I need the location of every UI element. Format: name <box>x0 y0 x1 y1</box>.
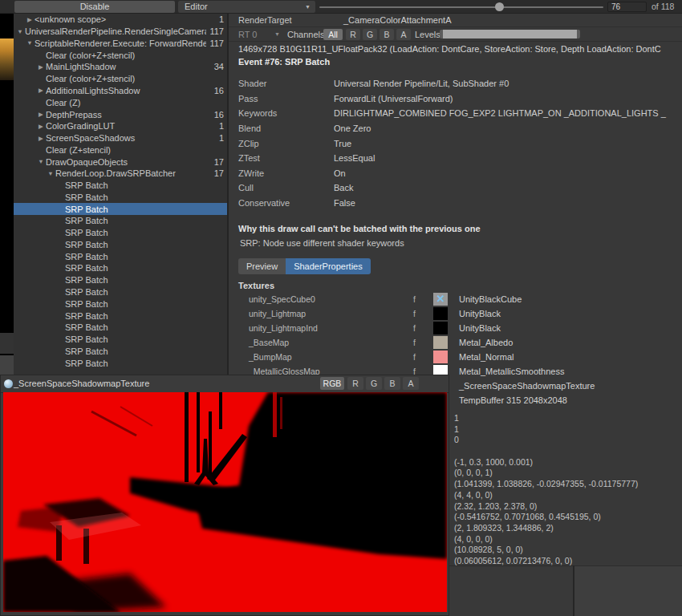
tree-row-label: ScreenSpaceShadows <box>46 133 216 143</box>
disable-button[interactable]: Disable <box>14 1 175 13</box>
preview-title: _ScreenSpaceShadowmapTexture <box>14 375 149 392</box>
render-target-row: RenderTarget _CameraColorAttachmentA <box>229 14 682 27</box>
tree-row-label: SRP Batch <box>65 263 221 273</box>
texture-property-name: _BaseMap <box>229 338 413 347</box>
chevron-right-icon[interactable]: ▶ <box>36 63 46 71</box>
texture-row[interactable]: _BaseMapfMetal_Albedo <box>229 335 682 350</box>
tree-row[interactable]: ▶MainLightShadow34 <box>14 61 227 73</box>
channel-button-a[interactable]: A <box>396 29 411 40</box>
detail-value: LessEqual <box>334 153 682 163</box>
tree-row-label: SRP Batch <box>65 322 221 332</box>
texture-row[interactable]: unity_LightmapIndfUnityBlack <box>229 321 682 335</box>
shader-value-line: (-1, 0.3, 1000, 0.001) <box>454 457 638 468</box>
chevron-down-icon[interactable]: ▼ <box>36 158 46 165</box>
render-target-label: RenderTarget <box>238 14 292 26</box>
preview-channel-button-r[interactable]: R <box>347 377 363 390</box>
detail-row: KeywordsDIRLIGHTMAP_COMBINED FOG_EXP2 LI… <box>229 106 682 121</box>
tree-row[interactable]: ▼UniversalRenderPipeline.RenderSingleCam… <box>14 26 227 38</box>
tree-row[interactable]: SRP Batch <box>14 180 227 192</box>
tree-row-count: 1 <box>219 133 224 143</box>
tree-row[interactable]: SRP Batch <box>14 227 227 239</box>
frame-slider-handle[interactable] <box>495 2 504 11</box>
chevron-right-icon[interactable]: ▶ <box>36 135 46 142</box>
tree-row[interactable]: SRP Batch <box>14 262 227 274</box>
tree-row-label: SRP Batch <box>65 299 221 309</box>
preview-channel-button-b[interactable]: B <box>384 377 400 390</box>
channels-row: RT 0 ▼ Channels AllRGBA Levels <box>229 27 682 42</box>
texture-row[interactable]: _BumpMapfMetal_Normal <box>229 350 682 364</box>
tree-row[interactable]: ▼RenderLoop.DrawSRPBatcher17 <box>14 168 227 180</box>
chevron-down-icon[interactable]: ▼ <box>46 170 55 177</box>
texture-flag: f <box>413 338 433 347</box>
tree-row[interactable]: SRP Batch <box>14 250 227 262</box>
chevron-down-icon: ▼ <box>305 1 311 13</box>
chevron-right-icon[interactable]: ▶ <box>36 123 46 130</box>
preview-title-bar: _ScreenSpaceShadowmapTexture RGBRGBA <box>1 375 449 393</box>
texture-asset-name: Metal_Normal <box>459 352 514 362</box>
chevron-right-icon[interactable]: ▶ <box>36 111 46 118</box>
tree-row[interactable]: SRP Batch <box>14 310 227 322</box>
tree-row[interactable]: SRP Batch <box>14 334 227 346</box>
detail-value: Universal Render Pipeline/Lit, SubShader… <box>334 79 682 88</box>
tree-row[interactable]: ▶<unknown scope>1 <box>14 14 227 26</box>
channel-button-b[interactable]: B <box>380 29 394 40</box>
tree-row[interactable]: SRP Batch <box>14 274 227 286</box>
preview-channel-button-a[interactable]: A <box>403 377 419 390</box>
texture-property-name: unity_LightmapInd <box>229 323 413 333</box>
tree-row-label: SRP Batch <box>65 359 221 368</box>
tree-row[interactable]: SRP Batch <box>14 322 227 334</box>
chevron-down-icon[interactable]: ▼ <box>25 39 35 47</box>
tree-row-count: 117 <box>209 38 224 48</box>
target-selector-dropdown[interactable]: Editor ▼ <box>178 1 315 13</box>
channel-button-all[interactable]: All <box>323 29 343 40</box>
scene-backdrop-gray <box>0 355 14 375</box>
levels-range-slider[interactable] <box>440 30 580 38</box>
tree-row[interactable]: ▶ScreenSpaceShadows1 <box>14 132 227 144</box>
tree-row[interactable]: Clear (Z+stencil) <box>14 144 227 156</box>
texture-row[interactable]: unity_SpecCube0fUnityBlackCube <box>229 292 682 306</box>
texture-preview-window: _ScreenSpaceShadowmapTexture RGBRGBA <box>0 375 449 616</box>
tree-row[interactable]: SRP Batch <box>14 191 227 203</box>
tree-row[interactable]: SRP Batch <box>14 298 227 310</box>
scene-backdrop-strip <box>0 14 14 375</box>
tree-row-label: Clear (Z) <box>46 98 221 107</box>
texture-row[interactable]: unity_LightmapfUnityBlack <box>229 306 682 321</box>
tree-row[interactable]: ▶ColorGradingLUT1 <box>14 120 227 132</box>
tree-row[interactable]: SRP Batch <box>14 286 227 298</box>
preview-channel-button-g[interactable]: G <box>366 377 382 390</box>
detail-row: ShaderUniversal Render Pipeline/Lit, Sub… <box>229 76 682 91</box>
tree-row[interactable]: Clear (color+Z+stencil) <box>14 49 227 61</box>
preview-channel-button-rgb[interactable]: RGB <box>320 377 344 390</box>
detail-row: PassForwardLit (UniversalForward) <box>229 91 682 107</box>
tree-row[interactable]: ▼DrawOpaqueObjects17 <box>14 156 227 168</box>
tree-row-count: 117 <box>209 26 224 36</box>
detail-label: Shader <box>229 79 334 88</box>
rt-index-dropdown[interactable]: RT 0 <box>238 29 257 40</box>
channel-button-g[interactable]: G <box>363 29 377 40</box>
tree-row[interactable]: SRP Batch <box>14 357 227 369</box>
tab-shaderproperties[interactable]: ShaderProperties <box>286 258 371 274</box>
chevron-right-icon[interactable]: ▶ <box>36 87 46 94</box>
tree-row-label: SRP Batch <box>65 311 221 321</box>
chevron-right-icon[interactable]: ▶ <box>25 16 35 23</box>
texture-asset-name: UnityBlack <box>459 323 501 333</box>
tree-row[interactable]: ▼ScriptableRenderer.Execute: ForwardRend… <box>14 38 227 50</box>
tab-preview[interactable]: Preview <box>238 258 286 274</box>
tree-row[interactable]: Clear (Z) <box>14 96 227 108</box>
detail-row: CullBack <box>229 180 682 196</box>
tree-row[interactable]: SRP Batch <box>14 203 227 215</box>
tree-row[interactable]: SRP Batch <box>14 215 227 227</box>
render-target-format: 1469x728 B10G11R11_UFloatPack32 (LoadAct… <box>238 44 680 54</box>
tree-row[interactable]: SRP Batch <box>14 239 227 251</box>
tree-row[interactable]: ▶DepthPrepass16 <box>14 108 227 120</box>
chevron-down-icon[interactable]: ▼ <box>15 28 25 35</box>
tree-row[interactable]: Clear (color+Z+stencil) <box>14 73 227 85</box>
shader-value-line <box>454 446 638 457</box>
frame-number-input[interactable]: 76 <box>607 2 647 12</box>
tree-row[interactable]: SRP Batch <box>14 345 227 357</box>
channel-button-r[interactable]: R <box>346 29 360 40</box>
tree-row[interactable]: ▶AdditionalLightsShadow16 <box>14 85 227 97</box>
detail-label: Blend <box>229 124 334 133</box>
frame-slider-track[interactable] <box>319 6 603 8</box>
tree-row-label: AdditionalLightsShadow <box>46 86 211 95</box>
